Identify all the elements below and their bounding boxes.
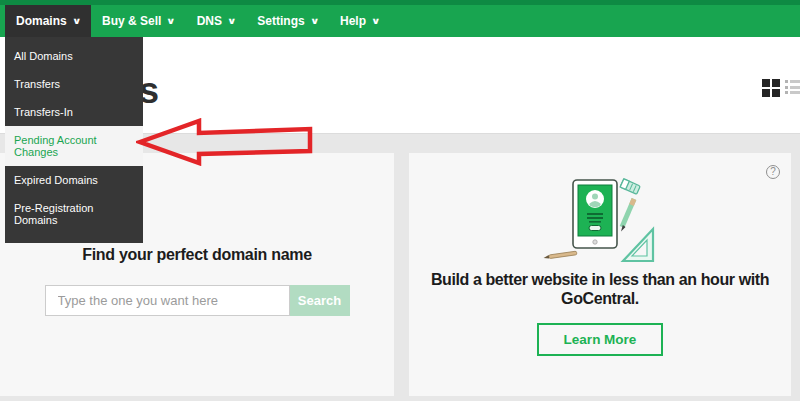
menu-item-expired-domains[interactable]: Expired Domains xyxy=(5,166,143,194)
nav-item-label: Help xyxy=(340,14,366,28)
nav-item-label: Buy & Sell xyxy=(102,14,161,28)
red-annotation-arrow xyxy=(136,118,314,166)
nav-item-dns[interactable]: DNS ∨ xyxy=(186,5,247,37)
list-row xyxy=(785,80,800,83)
godaddy-domains-page: Domains Find your perfect domain name Se… xyxy=(0,0,800,401)
learn-more-button[interactable]: Learn More xyxy=(537,323,664,356)
list-row xyxy=(785,91,800,94)
nav-item-domains[interactable]: Domains ∨ xyxy=(5,5,91,37)
chevron-down-icon: ∨ xyxy=(371,16,381,26)
domain-search-row: Search xyxy=(0,285,394,316)
list-dot xyxy=(785,80,788,83)
nav-item-label: DNS xyxy=(197,14,222,28)
menu-item-transfers-in[interactable]: Transfers-In xyxy=(5,98,143,126)
gocentral-illustration xyxy=(535,173,665,268)
nav-item-buy-sell[interactable]: Buy & Sell ∨ xyxy=(91,5,186,37)
grid-square xyxy=(772,79,780,87)
domain-search-input[interactable] xyxy=(45,285,290,316)
menu-item-all-domains[interactable]: All Domains xyxy=(5,42,143,70)
chevron-down-icon: ∨ xyxy=(166,16,176,26)
website-builder-illustration xyxy=(535,173,665,268)
view-toggles xyxy=(762,79,800,97)
menu-item-pre-registration-domains[interactable]: Pre-Registration Domains xyxy=(5,194,143,234)
domain-search-heading: Find your perfect domain name xyxy=(0,246,394,264)
list-bar xyxy=(790,91,800,94)
domains-dropdown-menu: All Domains Transfers Transfers-In Pendi… xyxy=(5,37,143,243)
menu-item-pending-account-changes[interactable]: Pending Account Changes xyxy=(5,126,143,166)
grid-square xyxy=(772,89,780,97)
chevron-down-icon: ∨ xyxy=(72,16,82,26)
list-row xyxy=(785,86,800,89)
grid-square xyxy=(762,89,770,97)
list-view-icon[interactable] xyxy=(785,79,800,96)
grid-view-icon[interactable] xyxy=(762,79,780,97)
gocentral-heading: Build a better website in less than an h… xyxy=(428,270,773,308)
help-icon[interactable]: ? xyxy=(766,165,780,179)
chevron-down-icon: ∨ xyxy=(227,16,237,26)
list-dot xyxy=(785,86,788,89)
grid-square xyxy=(762,79,770,87)
list-dot xyxy=(785,91,788,94)
nav-item-settings[interactable]: Settings ∨ xyxy=(246,5,329,37)
nav-item-label: Domains xyxy=(16,14,67,28)
domain-search-button[interactable]: Search xyxy=(290,285,350,316)
nav-item-label: Settings xyxy=(257,14,304,28)
gocentral-promo-card: ? xyxy=(409,153,791,396)
list-bar xyxy=(790,80,800,83)
menu-item-transfers[interactable]: Transfers xyxy=(5,70,143,98)
top-navigation: Domains ∨ Buy & Sell ∨ DNS ∨ Settings ∨ … xyxy=(0,0,800,37)
chevron-down-icon: ∨ xyxy=(310,16,320,26)
list-bar xyxy=(790,86,800,89)
nav-item-help[interactable]: Help ∨ xyxy=(329,5,390,37)
